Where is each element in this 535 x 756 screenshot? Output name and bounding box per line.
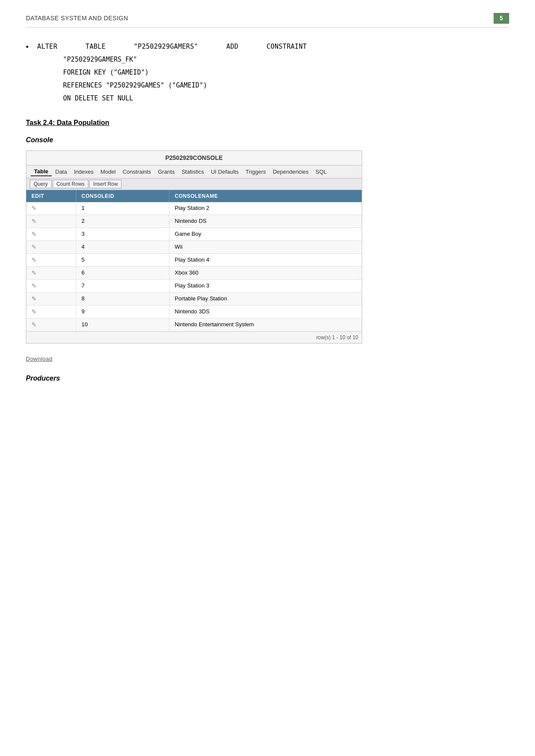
consolename-cell: Nintendo 3DS: [169, 305, 362, 318]
table-row: ✎10Nintendo Entertainment System: [26, 318, 362, 331]
consoleid-cell: 1: [76, 202, 169, 215]
edit-cell[interactable]: ✎: [26, 318, 76, 331]
bullet-item: • ALTER TABLE "P2502929GAMERS" ADD CONST…: [26, 41, 509, 105]
table-row: ✎7Play Station 3: [26, 279, 362, 292]
consoleid-cell: 10: [76, 318, 169, 331]
producers-section-label: Producers: [26, 373, 509, 384]
consoleid-cell: 4: [76, 241, 169, 253]
consoleid-cell: 8: [76, 292, 169, 305]
count-rows-button[interactable]: Count Rows: [53, 180, 88, 188]
tab-ui-defaults[interactable]: UI Defaults: [207, 168, 242, 176]
code-line-2: "P2502929GAMERS_FK": [63, 53, 307, 66]
tab-table[interactable]: Table: [31, 167, 52, 176]
col-edit: EDIT: [26, 190, 76, 202]
table-row: ✎1Play Station 2: [26, 202, 362, 215]
row-count: row(s) 1 - 10 of 10: [26, 331, 362, 343]
col-consoleid: CONSOLEID: [76, 190, 169, 202]
consolename-cell: Wii: [169, 241, 362, 253]
code-line-4: REFERENCES "P2502929GAMES" ("GAMEID"): [63, 79, 307, 92]
consoleid-cell: 7: [76, 279, 169, 292]
table-body: ✎1Play Station 2✎2Nintendo DS✎3Game Boy✎…: [26, 202, 362, 331]
consoleid-cell: 2: [76, 215, 169, 228]
code-line-1: ALTER TABLE "P2502929GAMERS" ADD CONSTRA…: [37, 43, 307, 50]
consolename-cell: Game Boy: [169, 228, 362, 241]
table-row: ✎3Game Boy: [26, 228, 362, 241]
tab-grants[interactable]: Grants: [154, 168, 178, 176]
edit-icon[interactable]: ✎: [31, 282, 37, 289]
edit-icon[interactable]: ✎: [31, 308, 37, 315]
edit-cell[interactable]: ✎: [26, 279, 76, 292]
table-row: ✎4Wii: [26, 241, 362, 253]
code-line-5: ON DELETE SET NULL: [63, 92, 307, 105]
edit-cell[interactable]: ✎: [26, 253, 76, 266]
col-consolename: CONSOLENAME: [169, 190, 362, 202]
tab-indexes[interactable]: Indexes: [70, 168, 97, 176]
edit-icon[interactable]: ✎: [31, 218, 37, 225]
consolename-cell: Nintendo Entertainment System: [169, 318, 362, 331]
db-panel-header: P2502929CONSOLE: [26, 151, 362, 166]
consolename-cell: Xbox 360: [169, 266, 362, 279]
consolename-cell: Play Station 3: [169, 279, 362, 292]
tab-constraints[interactable]: Constraints: [119, 168, 154, 176]
consoleid-cell: 3: [76, 228, 169, 241]
tab-sql[interactable]: SQL: [312, 168, 330, 176]
tab-model[interactable]: Model: [97, 168, 119, 176]
edit-cell[interactable]: ✎: [26, 305, 76, 318]
bullet-content: ALTER TABLE "P2502929GAMERS" ADD CONSTRA…: [37, 41, 307, 105]
edit-cell[interactable]: ✎: [26, 241, 76, 253]
page-header: DATABASE SYSTEM AND DESIGN 5: [26, 13, 509, 28]
task-heading: Task 2.4: Data Population: [26, 118, 509, 128]
table-row: ✎8Portable Play Station: [26, 292, 362, 305]
edit-cell[interactable]: ✎: [26, 266, 76, 279]
edit-icon[interactable]: ✎: [31, 244, 37, 250]
code-line-3: FOREIGN KEY ("GAMEID"): [63, 66, 307, 79]
edit-icon[interactable]: ✎: [31, 256, 37, 263]
consolename-cell: Nintendo DS: [169, 215, 362, 228]
tab-data[interactable]: Data: [52, 168, 70, 176]
db-panel-tabs: Table Data Indexes Model Constraints Gra…: [26, 166, 362, 178]
edit-icon[interactable]: ✎: [31, 321, 37, 328]
table-row: ✎6Xbox 360: [26, 266, 362, 279]
consoleid-cell: 6: [76, 266, 169, 279]
console-section-label: Console: [26, 135, 509, 145]
tab-dependencies[interactable]: Dependencies: [269, 168, 312, 176]
consoleid-cell: 9: [76, 305, 169, 318]
page-title: DATABASE SYSTEM AND DESIGN: [26, 14, 128, 23]
table-row: ✎5Play Station 4: [26, 253, 362, 266]
edit-icon[interactable]: ✎: [31, 295, 37, 302]
download-link[interactable]: Download: [26, 355, 53, 363]
query-button[interactable]: Query: [30, 180, 52, 188]
consolename-cell: Play Station 2: [169, 202, 362, 215]
tab-triggers[interactable]: Triggers: [242, 168, 269, 176]
insert-row-button[interactable]: Insert Row: [89, 180, 122, 188]
page-number: 5: [494, 13, 509, 24]
consoleid-cell: 5: [76, 253, 169, 266]
consolename-cell: Play Station 4: [169, 253, 362, 266]
db-toolbar: Query Count Rows Insert Row: [26, 178, 362, 190]
table-header: EDIT CONSOLEID CONSOLENAME: [26, 190, 362, 202]
edit-icon[interactable]: ✎: [31, 269, 37, 276]
table-row: ✎9Nintendo 3DS: [26, 305, 362, 318]
edit-icon[interactable]: ✎: [31, 205, 37, 212]
data-table: EDIT CONSOLEID CONSOLENAME ✎1Play Statio…: [26, 190, 362, 331]
tab-statistics[interactable]: Statistics: [178, 168, 207, 176]
edit-cell[interactable]: ✎: [26, 202, 76, 215]
edit-cell[interactable]: ✎: [26, 215, 76, 228]
edit-icon[interactable]: ✎: [31, 231, 37, 237]
db-panel: P2502929CONSOLE Table Data Indexes Model…: [26, 150, 362, 344]
bullet-dot: •: [26, 41, 28, 53]
edit-cell[interactable]: ✎: [26, 292, 76, 305]
table-row: ✎2Nintendo DS: [26, 215, 362, 228]
consolename-cell: Portable Play Station: [169, 292, 362, 305]
edit-cell[interactable]: ✎: [26, 228, 76, 241]
bullet-section: • ALTER TABLE "P2502929GAMERS" ADD CONST…: [26, 41, 509, 105]
